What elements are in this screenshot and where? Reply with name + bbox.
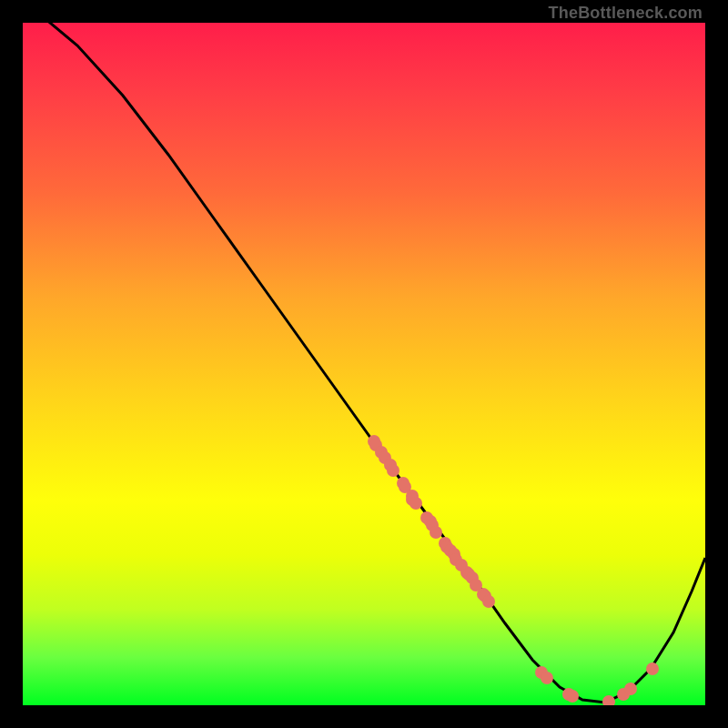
chart-area — [23, 23, 705, 705]
data-point — [387, 464, 399, 477]
data-point — [430, 526, 442, 539]
watermark-text: TheBottleneck.com — [549, 4, 703, 23]
data-point — [482, 595, 495, 608]
scatter-points — [368, 435, 659, 705]
chart-overlay — [23, 23, 705, 705]
data-point — [541, 672, 553, 684]
data-point — [624, 682, 637, 695]
data-point — [602, 695, 615, 705]
data-point — [410, 497, 422, 510]
data-point — [566, 690, 579, 703]
data-point — [646, 662, 659, 675]
bottleneck-curve — [23, 23, 705, 703]
